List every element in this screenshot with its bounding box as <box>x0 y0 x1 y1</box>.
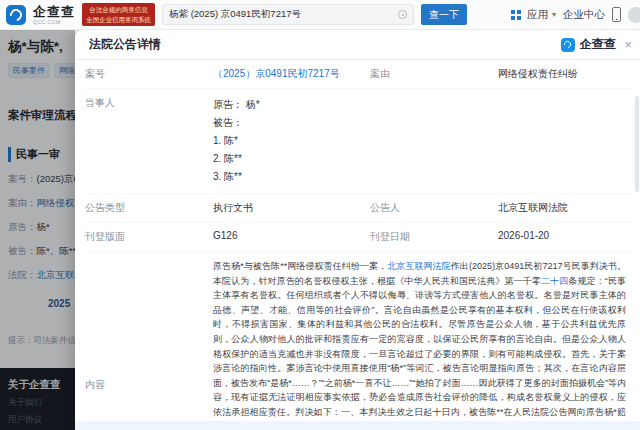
party-defendant-1: 1. 陈* <box>213 132 260 150</box>
publish-page-label: 刊登版面 <box>85 230 213 244</box>
row-content: 内容 原告杨*与被告陈**网络侵权责任纠纷一案，北京互联网法院作出(2025)京… <box>85 252 632 428</box>
case-tag-cause: 网络侵权责任纠纷 <box>54 63 75 78</box>
timeline-date: 2025 <box>48 298 75 309</box>
qcc-brand[interactable]: 企查查 QCC.COM <box>33 5 75 25</box>
publish-page-value: G126 <box>213 230 370 241</box>
qcc-logo-icon[interactable] <box>6 5 26 25</box>
announcement-type-label: 公告类型 <box>85 201 213 215</box>
apps-menu[interactable]: 应用 ▾ <box>511 8 556 22</box>
modal-body: 案号 （2025）京0491民初7217号 案由 网络侵权责任纠纷 当事人 原告… <box>75 60 640 428</box>
qcc-mini-logo-icon <box>561 38 575 52</box>
stage-first-instance: 民事一审 <box>8 147 75 162</box>
footer-link-agreement[interactable]: 用户协议 <box>8 414 75 426</box>
search-input[interactable] <box>169 9 393 20</box>
page-footer: 关于企查查 关于我们 用户协议 联系我们 <box>0 368 75 430</box>
slogan-line2: 全国企业信用查询系统 <box>86 15 151 25</box>
court-announcement-modal: 法院公告详情 企查查 × 案号 （2025）京0491民初7217号 案由 网络… <box>75 30 640 430</box>
apps-grid-icon <box>511 10 515 14</box>
search-box <box>162 4 414 25</box>
brand-text: 企查查 <box>33 5 75 18</box>
bg-field-court: 法院：北京互联网法院 <box>8 269 75 282</box>
brand-subtext: QCC.COM <box>33 20 75 25</box>
slogan-badge: 合法合规的商查信息 全国企业信用查询系统 <box>82 3 155 27</box>
announcer-label: 公告人 <box>370 201 498 215</box>
content-part3: 条规定：“民事主体享有名誉权。任何组织或者个人不得以侮辱、诽谤等方式侵害他人的名… <box>213 276 626 428</box>
bg-field-plaintiff: 原告：杨* <box>8 221 75 234</box>
camera-search-icon[interactable] <box>398 10 407 19</box>
modal-header: 法院公告详情 企查查 × <box>75 30 640 60</box>
search-button[interactable]: 查一下 <box>421 4 467 25</box>
qcc-page: 企查查 QCC.COM 合法合规的商查信息 全国企业信用查询系统 查一下 应用 … <box>0 0 640 430</box>
chevron-down-icon: ▾ <box>552 10 556 19</box>
mobile-app-icon[interactable] <box>612 7 621 22</box>
party-list: 原告： 杨* 被告： 1. 陈* 2. 陈** 3. 陈** <box>213 96 260 186</box>
caseno-value-link[interactable]: （2025）京0491民初7217号 <box>213 67 370 81</box>
bg-field-defendant: 被告：陈*、陈**、陈** <box>8 245 75 258</box>
case-tag-civil: 民事案件 <box>8 63 50 78</box>
modal-brand-text: 企查查 <box>579 36 615 53</box>
row-parties: 当事人 原告： 杨* 被告： 1. 陈* 2. 陈** 3. 陈** <box>85 89 632 194</box>
modal-scrollbar[interactable] <box>635 96 639 426</box>
party-plaintiff: 原告： 杨* <box>213 96 260 114</box>
row-page-date: 刊登版面 G126 刊登日期 2026-01-20 <box>85 223 632 252</box>
court-link[interactable]: 北京互联网法院 <box>387 261 451 271</box>
row-caseno-cause: 案号 （2025）京0491民初7217号 案由 网络侵权责任纠纷 <box>85 60 632 89</box>
enterprise-center-link[interactable]: 企业中心 <box>563 8 605 22</box>
footer-title: 关于企查查 <box>8 378 75 392</box>
modal-title: 法院公告详情 <box>89 36 561 53</box>
bg-field-cause: 案由：网络侵权责任纠纷 <box>8 197 75 210</box>
modal-bottom-strip <box>75 421 640 430</box>
apps-label: 应用 <box>527 8 548 22</box>
slogan-line1: 合法合规的商查信息 <box>86 5 151 15</box>
background-case-page: 杨*与陈*, 民事案件 网络侵权责任纠纷 案件审理流程 民事一审 案号：(202… <box>0 30 75 430</box>
top-header: 企查查 QCC.COM 合法合规的商查信息 全国企业信用查询系统 查一下 应用 … <box>0 0 640 30</box>
cause-value: 网络侵权责任纠纷 <box>498 67 578 81</box>
party-defendant-3: 3. 陈** <box>213 168 260 186</box>
avatar[interactable] <box>628 7 640 23</box>
announcement-paragraph: 原告杨*与被告陈**网络侵权责任纠纷一案，北京互联网法院作出(2025)京049… <box>213 259 626 428</box>
case-tip-text: 提示：司法案件信息… <box>8 335 75 347</box>
content-label: 内容 <box>85 378 213 392</box>
highlighted-keyword: 二十四 <box>541 276 568 286</box>
row-type-announcer: 公告类型 执行文书 公告人 北京互联网法院 <box>85 194 632 223</box>
party-defendant-heading: 被告： <box>213 114 260 132</box>
publish-date-value: 2026-01-20 <box>498 230 549 241</box>
announcement-content: 原告杨*与被告陈**网络侵权责任纠纷一案，北京互联网法院作出(2025)京049… <box>213 259 632 428</box>
bg-field-caseno: 案号：(2025)京0491民初7217号 <box>8 173 75 186</box>
announcement-type-value: 执行文书 <box>213 201 370 215</box>
caseno-label: 案号 <box>85 67 213 81</box>
section-case-process: 案件审理流程 <box>8 108 75 123</box>
footer-link-about[interactable]: 关于我们 <box>8 397 75 409</box>
scrollbar-thumb[interactable] <box>635 96 639 192</box>
case-title: 杨*与陈*, <box>8 38 75 56</box>
cause-label: 案由 <box>370 67 498 81</box>
enterprise-center-label: 企业中心 <box>563 8 605 22</box>
party-defendant-2: 2. 陈** <box>213 150 260 168</box>
publish-date-label: 刊登日期 <box>370 230 498 244</box>
close-icon[interactable]: × <box>624 38 632 51</box>
content-part1: 原告杨*与被告陈**网络侵权责任纠纷一案， <box>213 261 387 271</box>
party-label: 当事人 <box>85 96 213 110</box>
announcer-value: 北京互联网法院 <box>498 201 568 215</box>
